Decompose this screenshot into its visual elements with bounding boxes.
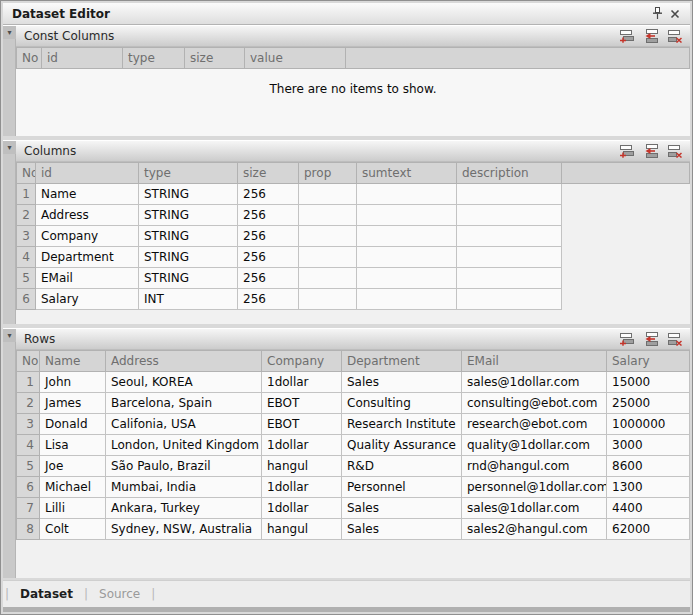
cell-description[interactable] [457,289,562,310]
cell-email[interactable]: personnel@1dollar.com [462,477,607,498]
row-number-cell[interactable]: 7 [17,498,40,519]
row-number-cell[interactable]: 4 [17,435,40,456]
cell-type[interactable]: STRING [139,247,238,268]
row-number-cell[interactable]: 1 [17,184,36,205]
cell-address[interactable]: Mumbai, India [106,477,262,498]
close-icon[interactable] [666,6,684,22]
cell-name[interactable]: Joe [40,456,106,477]
cell-department[interactable]: Sales [342,519,462,540]
row-number-cell[interactable]: 8 [17,519,40,540]
cell-name[interactable]: John [40,372,106,393]
cell-salary[interactable]: 1000000 [607,414,690,435]
cell-description[interactable] [457,268,562,289]
row-number-cell[interactable]: 5 [17,456,40,477]
cell-size[interactable]: 256 [238,268,299,289]
cell-type[interactable]: STRING [139,226,238,247]
cell-type[interactable]: STRING [139,184,238,205]
cell-name[interactable]: Michael [40,477,106,498]
collapse-section-icon[interactable]: ▾ [3,329,16,342]
cell-address[interactable]: Ankara, Turkey [106,498,262,519]
cell-address[interactable]: Seoul, KOREA [106,372,262,393]
cell-sumtext[interactable] [357,226,457,247]
cell-size[interactable]: 256 [238,289,299,310]
cell-sumtext[interactable] [357,205,457,226]
cell-type[interactable]: STRING [139,205,238,226]
cell-address[interactable]: London, United Kingdom [106,435,262,456]
cell-company[interactable]: 1dollar [262,372,342,393]
cell-id[interactable]: EMail [36,268,139,289]
cell-salary[interactable]: 3000 [607,435,690,456]
collapse-section-icon[interactable]: ▾ [3,141,16,154]
cell-id[interactable]: Address [36,205,139,226]
row-number-cell[interactable]: 6 [17,289,36,310]
cell-email[interactable]: rnd@hangul.com [462,456,607,477]
cell-name[interactable]: Lilli [40,498,106,519]
tab-dataset[interactable]: Dataset [9,587,84,601]
cell-salary[interactable]: 25000 [607,393,690,414]
cell-company[interactable]: EBOT [262,393,342,414]
row-number-cell[interactable]: 3 [17,226,36,247]
cell-prop[interactable] [299,247,357,268]
cell-prop[interactable] [299,205,357,226]
cell-prop[interactable] [299,226,357,247]
row-number-cell[interactable]: 5 [17,268,36,289]
cell-department[interactable]: Sales [342,498,462,519]
row-number-cell[interactable]: 1 [17,372,40,393]
cell-salary[interactable]: 4400 [607,498,690,519]
cell-name[interactable]: Colt [40,519,106,540]
cell-company[interactable]: hangul [262,519,342,540]
cell-company[interactable]: 1dollar [262,477,342,498]
insert-row-icon[interactable] [642,144,659,159]
cell-id[interactable]: Department [36,247,139,268]
insert-row-icon[interactable] [642,332,659,347]
row-number-cell[interactable]: 2 [17,393,40,414]
cell-size[interactable]: 256 [238,205,299,226]
cell-department[interactable]: R&D [342,456,462,477]
collapse-section-icon[interactable]: ▾ [3,26,16,39]
cell-email[interactable]: sales2@hangul.com [462,519,607,540]
cell-department[interactable]: Research Institute [342,414,462,435]
cell-email[interactable]: sales@1dollar.com [462,498,607,519]
cell-company[interactable]: hangul [262,456,342,477]
cell-id[interactable]: Name [36,184,139,205]
cell-address[interactable]: São Paulo, Brazil [106,456,262,477]
cell-description[interactable] [457,247,562,268]
row-number-cell[interactable]: 3 [17,414,40,435]
cell-size[interactable]: 256 [238,184,299,205]
cell-type[interactable]: INT [139,289,238,310]
delete-row-icon[interactable] [666,29,683,44]
cell-prop[interactable] [299,268,357,289]
cell-sumtext[interactable] [357,184,457,205]
cell-address[interactable]: Sydney, NSW, Australia [106,519,262,540]
cell-name[interactable]: James [40,393,106,414]
cell-name[interactable]: Lisa [40,435,106,456]
cell-salary[interactable]: 1300 [607,477,690,498]
row-number-cell[interactable]: 6 [17,477,40,498]
cell-company[interactable]: EBOT [262,414,342,435]
cell-sumtext[interactable] [357,268,457,289]
delete-row-icon[interactable] [666,332,683,347]
cell-department[interactable]: Sales [342,372,462,393]
cell-prop[interactable] [299,184,357,205]
cell-address[interactable]: Califonia, USA [106,414,262,435]
cell-email[interactable]: consulting@ebot.com [462,393,607,414]
cell-salary[interactable]: 8600 [607,456,690,477]
cell-name[interactable]: Donald [40,414,106,435]
cell-department[interactable]: Personnel [342,477,462,498]
cell-type[interactable]: STRING [139,268,238,289]
cell-address[interactable]: Barcelona, Spain [106,393,262,414]
tab-source[interactable]: Source [88,587,151,601]
cell-salary[interactable]: 62000 [607,519,690,540]
cell-size[interactable]: 256 [238,226,299,247]
cell-sumtext[interactable] [357,289,457,310]
insert-row-icon[interactable] [642,29,659,44]
cell-sumtext[interactable] [357,247,457,268]
add-row-icon[interactable] [618,29,635,44]
add-row-icon[interactable] [618,332,635,347]
cell-salary[interactable]: 15000 [607,372,690,393]
cell-department[interactable]: Quality Assurance [342,435,462,456]
cell-prop[interactable] [299,289,357,310]
cell-company[interactable]: 1dollar [262,435,342,456]
cell-email[interactable]: quality@1dollar.com [462,435,607,456]
delete-row-icon[interactable] [666,144,683,159]
